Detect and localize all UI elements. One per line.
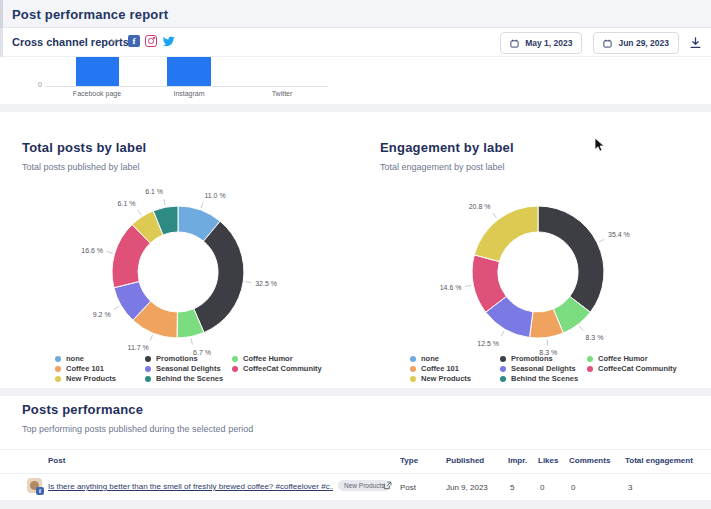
legend-label: Coffee Humor — [598, 354, 648, 363]
left-edge-strip — [0, 28, 3, 57]
posts-per-channel-bar-chart: 0 Facebook page Instagram Twitter — [0, 57, 711, 104]
donut-slice-percent-label: 32.5 % — [255, 280, 277, 287]
mouse-cursor — [594, 137, 606, 153]
donut-slice-percent-label: 6.1 % — [145, 188, 163, 195]
date-to-input[interactable]: Jun 29, 2023 — [593, 32, 679, 54]
legend-color-dot — [145, 366, 151, 372]
donut-slice-percent-label: 20.8 % — [469, 203, 491, 210]
legend-item-coffeecat-community[interactable]: CoffeeCat Community — [587, 364, 677, 373]
table-divider — [0, 473, 711, 474]
legend-label: New Products — [66, 374, 116, 383]
legend-label: Promotions — [511, 354, 553, 363]
bar-instagram[interactable] — [167, 57, 211, 86]
calendar-icon — [603, 39, 612, 48]
legend-label: Coffee 101 — [66, 364, 104, 373]
y-axis-tick: 0 — [28, 81, 42, 88]
legend-item-coffee-humor[interactable]: Coffee Humor — [232, 354, 322, 363]
legend-column: Coffee HumorCoffeeCat Community — [587, 354, 677, 374]
engagement-donut-chart[interactable]: 35.4 %8.3 %8.3 %12.5 %14.6 %20.8 % — [400, 192, 680, 348]
legend-column: PromotionsSeasonal DelightsBehind the Sc… — [500, 354, 578, 384]
page-title: Post performance report — [12, 7, 168, 22]
col-header-impressions: Impr. — [508, 456, 527, 465]
donut-slice-percent-label: 14.6 % — [440, 284, 462, 291]
label-leader-line — [579, 326, 583, 331]
donut-slice-percent-label: 9.2 % — [93, 311, 111, 318]
legend-item-none[interactable]: none — [55, 354, 116, 363]
legend-color-dot — [500, 356, 506, 362]
section-gap — [0, 104, 711, 112]
facebook-badge-icon: f — [36, 487, 44, 495]
legend-color-dot — [55, 366, 61, 372]
legend-label: Behind the Scenes — [511, 374, 578, 383]
donut-slice-new-products[interactable] — [474, 206, 538, 262]
twitter-icon[interactable] — [162, 36, 175, 47]
col-header-published: Published — [446, 456, 484, 465]
donut-slice-percent-label: 11.7 % — [128, 344, 149, 351]
cell-likes: 0 — [540, 483, 544, 492]
label-leader-line — [191, 339, 192, 345]
posts-by-label-subtitle: Total posts published by label — [22, 162, 140, 172]
label-leader-line — [164, 199, 165, 205]
legend-label: New Products — [421, 374, 471, 383]
legend-item-coffee-101[interactable]: Coffee 101 — [410, 364, 471, 373]
legend-item-none[interactable]: none — [410, 354, 471, 363]
cell-published: Jun 9, 2023 — [446, 483, 488, 492]
legend-item-promotions[interactable]: Promotions — [145, 354, 223, 363]
label-leader-line — [150, 335, 152, 341]
engagement-by-label-subtitle: Total engagement by post label — [380, 162, 505, 172]
donut-slice-percent-label: 35.4 % — [608, 231, 630, 238]
left-edge-strip — [0, 0, 3, 28]
donut-slice-percent-label: 11.0 % — [204, 192, 225, 199]
legend-item-coffee-humor[interactable]: Coffee Humor — [587, 354, 677, 363]
label-leader-line — [547, 339, 548, 345]
col-header-post: Post — [48, 456, 65, 465]
date-from-value: May 1, 2023 — [525, 38, 572, 48]
legend-item-promotions[interactable]: Promotions — [500, 354, 578, 363]
external-link-icon[interactable] — [383, 481, 392, 490]
post-link[interactable]: Is there anything better than the smell … — [48, 482, 333, 491]
table-divider — [0, 449, 711, 450]
legend-color-dot — [55, 376, 61, 382]
posts-performance-card: Posts performance Top performing posts p… — [0, 396, 711, 500]
legend-label: Seasonal Delights — [511, 364, 576, 373]
legend-color-dot — [145, 356, 151, 362]
label-leader-line — [465, 285, 471, 286]
bar-facebook[interactable] — [76, 57, 119, 86]
cell-total-engagement: 3 — [628, 483, 632, 492]
legend-item-new-products[interactable]: New Products — [410, 374, 471, 383]
legend-color-dot — [145, 376, 151, 382]
table-divider — [0, 500, 711, 501]
legend-color-dot — [587, 366, 593, 372]
donut-slice-promotions[interactable] — [538, 206, 604, 312]
legend-label: CoffeeCat Community — [598, 364, 677, 373]
legend-item-seasonal-delights[interactable]: Seasonal Delights — [145, 364, 223, 373]
legend-label: Behind the Scenes — [156, 374, 223, 383]
donut-slice-percent-label: 8.3 % — [586, 334, 604, 341]
legend-item-seasonal-delights[interactable]: Seasonal Delights — [500, 364, 578, 373]
legend-color-dot — [587, 356, 593, 362]
label-leader-line — [138, 210, 141, 215]
facebook-icon[interactable]: f — [128, 35, 140, 47]
legend-item-coffeecat-community[interactable]: CoffeeCat Community — [232, 364, 322, 373]
label-leader-line — [201, 202, 203, 208]
date-from-input[interactable]: May 1, 2023 — [500, 32, 582, 54]
legend-color-dot — [410, 356, 416, 362]
donut-slice-percent-label: 12.5 % — [477, 340, 499, 347]
download-icon[interactable] — [690, 37, 701, 49]
legend-item-behind-the-scenes[interactable]: Behind the Scenes — [500, 374, 578, 383]
legend-color-dot — [410, 376, 416, 382]
legend-color-dot — [232, 356, 238, 362]
posts-performance-subtitle: Top performing posts published during th… — [22, 424, 253, 434]
legend-column: noneCoffee 101New Products — [410, 354, 471, 384]
legend-label: Seasonal Delights — [156, 364, 221, 373]
legend-column: PromotionsSeasonal DelightsBehind the Sc… — [145, 354, 223, 384]
instagram-icon[interactable] — [145, 35, 157, 47]
legend-item-behind-the-scenes[interactable]: Behind the Scenes — [145, 374, 223, 383]
chevron-down-icon[interactable] — [110, 37, 118, 45]
legend-item-new-products[interactable]: New Products — [55, 374, 116, 383]
legend-label: none — [66, 354, 84, 363]
total-posts-donut-chart[interactable]: 11.0 %32.5 %6.7 %11.7 %9.2 %16.6 %6.1 %6… — [40, 192, 320, 348]
label-leader-line — [599, 239, 604, 242]
calendar-icon — [510, 39, 519, 48]
legend-item-coffee-101[interactable]: Coffee 101 — [55, 364, 116, 373]
